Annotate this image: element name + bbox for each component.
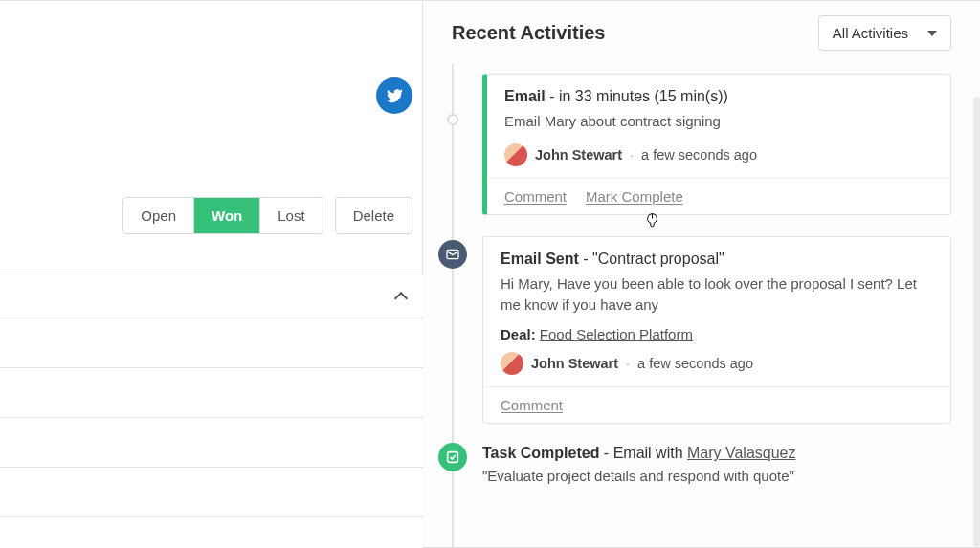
status-won-button[interactable]: Won xyxy=(194,198,260,233)
task-complete-icon xyxy=(438,443,467,471)
activity-subtitle: Email Mary about contract signing xyxy=(504,111,933,132)
activity-time: a few seconds ago xyxy=(637,356,753,371)
detail-panel xyxy=(0,274,424,548)
panel-header[interactable] xyxy=(0,274,423,318)
comment-link[interactable]: Comment xyxy=(504,188,567,205)
activity-title: Task Completed - Email with Mary Valasqu… xyxy=(482,445,951,462)
contact-link[interactable]: Mary Valasquez xyxy=(687,445,796,461)
mail-icon xyxy=(438,240,467,269)
deal-row: Deal: Food Selection Platform xyxy=(501,326,933,342)
comment-link[interactable]: Comment xyxy=(501,397,563,413)
activity-title: Email - in 33 minutes (15 min(s)) xyxy=(504,88,933,105)
activity-body: Hi Mary, Have you been able to look over… xyxy=(501,274,933,316)
status-open-button[interactable]: Open xyxy=(123,198,194,233)
activity-filter-dropdown[interactable]: All Activities xyxy=(818,15,951,51)
panel-row xyxy=(0,368,423,418)
panel-row xyxy=(0,418,423,468)
activity-time: a few seconds ago xyxy=(641,147,757,163)
avatar xyxy=(501,352,523,375)
timeline-dot xyxy=(447,114,458,125)
deal-status-row: Open Won Lost Delete xyxy=(122,197,412,234)
activity-card-email-sent: Email Sent - "Contract proposal" Hi Mary… xyxy=(482,236,951,425)
mark-complete-link[interactable]: Mark Complete xyxy=(586,188,683,205)
panel-row xyxy=(0,517,423,548)
activity-filter-label: All Activities xyxy=(833,25,908,41)
panel-row xyxy=(0,318,423,368)
avatar xyxy=(504,143,527,166)
delete-button[interactable]: Delete xyxy=(335,197,412,234)
task-quote: "Evaluate project details and respond wi… xyxy=(482,468,951,484)
activity-meta: John Stewart · a few seconds ago xyxy=(501,352,933,375)
scrollbar[interactable] xyxy=(973,97,980,547)
chevron-down-icon xyxy=(927,31,937,36)
activity-title: Email Sent - "Contract proposal" xyxy=(501,251,933,268)
author-name: John Stewart xyxy=(531,356,618,371)
recent-activities-heading: Recent Activities xyxy=(452,22,605,44)
activity-card-email-scheduled: Email - in 33 minutes (15 min(s)) Email … xyxy=(482,74,951,215)
status-button-group: Open Won Lost xyxy=(122,197,323,234)
chevron-up-icon xyxy=(394,291,408,304)
status-lost-button[interactable]: Lost xyxy=(260,198,322,233)
twitter-icon[interactable] xyxy=(376,77,412,114)
panel-row xyxy=(0,468,423,517)
deal-link[interactable]: Food Selection Platform xyxy=(540,326,693,342)
activity-meta: John Stewart · a few seconds ago xyxy=(504,143,933,166)
author-name: John Stewart xyxy=(535,147,622,163)
